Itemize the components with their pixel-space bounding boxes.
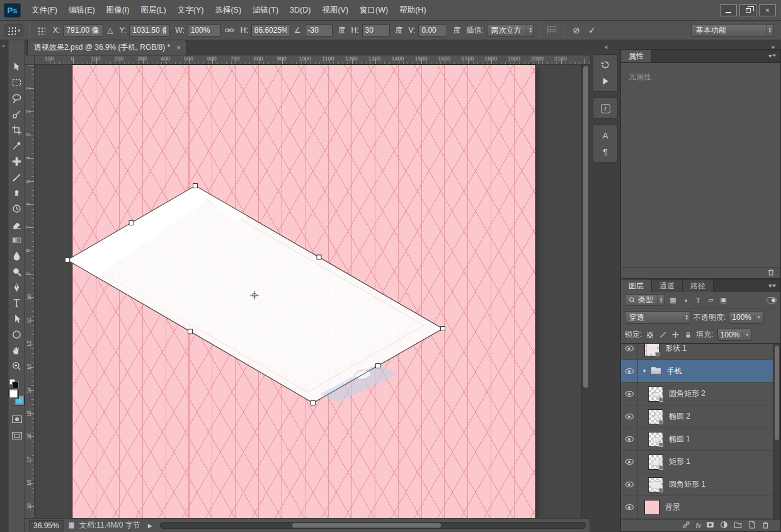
layer-name[interactable]: 矩形 1 [669,456,690,467]
document-tab[interactable]: 透视效果2.psd @ 36.9% (手机, RGB/8) * × [27,40,186,55]
screen-mode-button[interactable] [12,432,22,439]
layer-name[interactable]: 背景 [665,502,680,512]
quick-mask-button[interactable] [12,416,22,423]
filter-pixel-layers-icon[interactable]: ▦ [668,296,678,304]
clone-stamp-tool[interactable] [9,185,25,201]
menu-help[interactable]: 帮助(H) [394,0,431,21]
restore-button[interactable] [739,4,756,16]
tab-close-icon[interactable]: × [176,43,181,52]
layers-scrollbar[interactable] [773,344,780,521]
visibility-toggle[interactable] [621,496,638,518]
eyedropper-tool[interactable] [9,138,25,154]
link-dimensions-icon[interactable] [224,26,234,34]
crop-tool[interactable] [9,122,25,138]
width-input[interactable] [188,25,220,37]
visibility-toggle[interactable] [621,405,638,427]
filter-switch-icon[interactable] [767,297,777,303]
path-selection-tool[interactable] [9,311,25,327]
commit-transform-button[interactable]: ✓ [586,25,598,35]
cancel-transform-button[interactable]: ⊘ [570,25,583,35]
tools-collapse-strip[interactable] [0,40,8,532]
layer-effects-icon[interactable]: fx [695,522,701,529]
layer-row-rect-1[interactable]: 矩形 1 [621,451,780,473]
blend-mode-dropdown[interactable]: 穿透 [625,311,690,324]
tool-preset-picker[interactable]: ▾ [4,24,23,37]
expand-icon-dock-chevron[interactable]: « [605,43,608,50]
new-layer-icon[interactable] [747,520,756,531]
document-canvas[interactable] [72,65,535,518]
visibility-toggle[interactable] [621,451,638,473]
menu-edit[interactable]: 编辑(E) [63,0,101,21]
visibility-toggle[interactable] [621,383,638,405]
lock-position-icon[interactable] [671,331,680,339]
visibility-toggle[interactable] [621,344,638,359]
menu-window[interactable]: 窗口(W) [354,0,394,21]
filter-smart-objects-icon[interactable]: ▣ [718,296,728,304]
menu-image[interactable]: 图像(I) [101,0,135,21]
brush-tool[interactable] [9,169,25,185]
default-colors-icon[interactable] [9,379,15,385]
layer-name[interactable]: 圆角矩形 1 [669,479,705,490]
menu-type[interactable]: 文字(Y) [172,0,210,21]
menu-filter[interactable]: 滤镜(T) [247,0,284,21]
filter-type-layers-icon[interactable]: T [693,297,703,304]
foreground-color-swatch[interactable] [9,389,18,399]
visibility-toggle[interactable] [621,473,638,495]
workspace-switcher[interactable]: 基本功能 [692,24,773,37]
filter-type-dropdown[interactable]: 类型 [625,294,665,306]
reference-point-locator[interactable] [37,26,45,35]
zoom-level[interactable]: 36.95% [29,520,64,531]
visibility-toggle[interactable] [621,428,638,450]
x-input[interactable] [63,25,103,37]
warp-mode-toggle-icon[interactable] [547,26,557,34]
relative-position-icon[interactable]: △ [106,26,113,35]
vertical-scrollbar[interactable] [581,65,590,518]
layer-row-rounded-rect-1[interactable]: 圆角矩形 1 [621,473,780,496]
trash-icon[interactable] [767,268,775,278]
layer-thumbnail[interactable] [648,409,663,424]
link-layers-icon[interactable] [681,520,691,531]
group-disclosure-icon[interactable]: ▼ [642,368,649,374]
layer-thumbnail[interactable] [648,477,663,492]
adjustment-layer-icon[interactable] [719,520,729,531]
interpolation-dropdown[interactable]: 两次立方 [487,24,534,37]
status-menu-arrow[interactable]: ▶ [145,523,155,529]
layer-name[interactable]: 手机 [667,366,682,376]
close-button[interactable]: × [759,4,776,16]
menu-select[interactable]: 选择(S) [209,0,247,21]
layer-row-rounded-rect-2[interactable]: 圆角矩形 2 [621,383,780,405]
menu-3d[interactable]: 3D(D) [284,0,316,21]
layer-thumbnail[interactable] [644,344,659,356]
quick-selection-tool[interactable] [9,106,25,122]
layer-name[interactable]: 椭圆 2 [669,411,690,422]
y-input[interactable] [129,25,169,37]
history-panel-icon[interactable] [596,57,615,73]
pen-tool[interactable] [9,280,25,295]
horizontal-scrollbar[interactable] [160,522,586,529]
lasso-tool[interactable] [9,91,25,106]
panel-menu-icon[interactable]: ▾≡ [768,52,777,59]
lock-pixels-icon[interactable] [658,331,667,339]
layers-scrollbar-thumb[interactable] [775,346,779,440]
panel-menu-icon[interactable]: ▾≡ [768,282,777,289]
lock-transparency-icon[interactable] [646,331,654,339]
rectangular-marquee-tool[interactable] [9,75,25,91]
layer-thumbnail[interactable] [648,455,663,470]
tab-layers[interactable]: 图层 [621,280,652,292]
blur-tool[interactable] [9,248,25,264]
character-panel-icon[interactable]: A [596,127,615,144]
layer-name[interactable]: 椭圆 1 [669,434,690,444]
eraser-tool[interactable] [9,217,25,232]
lock-all-icon[interactable] [683,331,692,339]
gradient-tool[interactable] [9,232,25,248]
minimize-button[interactable] [720,4,737,16]
layer-thumbnail[interactable] [648,387,663,402]
history-brush-tool[interactable] [9,201,25,217]
rotation-input[interactable] [305,25,333,37]
menu-file[interactable]: 文件(F) [26,0,63,21]
tab-properties[interactable]: 属性 [621,50,652,62]
filter-adjustment-layers-icon[interactable]: ◑ [680,297,690,304]
menu-view[interactable]: 视图(V) [316,0,354,21]
vertical-scrollbar-thumb[interactable] [583,66,588,388]
opacity-dropdown[interactable]: 100% [729,312,763,324]
